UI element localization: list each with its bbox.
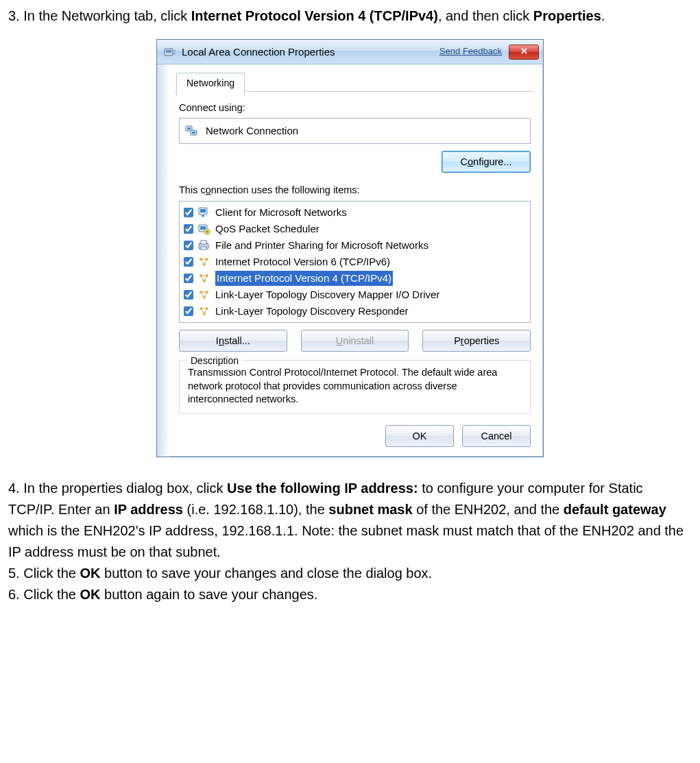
titlebar[interactable]: Local Area Connection Properties Send Fe…	[157, 40, 543, 64]
description-title: Description	[186, 354, 243, 369]
item-checkbox[interactable]	[184, 290, 193, 300]
file-printer-icon	[197, 239, 211, 252]
step-3: 3. In the Networking tab, click Internet…	[8, 5, 692, 27]
step-6: 6. Click the OK button again to save you…	[8, 584, 692, 605]
description-text: Transmission Control Protocol/Internet P…	[188, 366, 522, 407]
connection-items-listbox[interactable]: Client for Microsoft Networks QoS Packet…	[179, 201, 531, 323]
connection-properties-dialog: Local Area Connection Properties Send Fe…	[156, 39, 544, 457]
protocol-icon	[197, 305, 211, 317]
svg-rect-7	[192, 132, 195, 134]
item-checkbox[interactable]	[184, 208, 193, 217]
tab-networking[interactable]: Networking	[176, 73, 245, 96]
properties-button[interactable]: Properties	[422, 330, 531, 352]
network-adapter-icon	[164, 47, 176, 58]
close-icon: ✕	[520, 45, 528, 58]
protocol-icon	[197, 289, 211, 301]
step-5: 5. Click the OK button to save your chan…	[8, 563, 692, 584]
cancel-button[interactable]: Cancel	[462, 425, 531, 447]
step-3-mid: , and then click	[438, 8, 533, 23]
send-feedback-link[interactable]: Send Feedback	[439, 45, 502, 58]
svg-rect-16	[201, 247, 206, 250]
item-label: Link-Layer Topology Discovery Mapper I/O…	[215, 287, 439, 302]
item-checkbox[interactable]	[184, 306, 193, 316]
item-checkbox[interactable]	[184, 274, 193, 283]
step-3-post: .	[601, 8, 605, 23]
description-groupbox: Description Transmission Control Protoco…	[179, 360, 531, 414]
svg-rect-6	[187, 128, 191, 130]
item-label: File and Printer Sharing for Microsoft N…	[215, 238, 429, 253]
item-checkbox[interactable]	[184, 241, 193, 250]
list-item[interactable]: QoS Packet Scheduler	[181, 221, 529, 237]
svg-rect-12	[200, 226, 206, 230]
list-item[interactable]: Internet Protocol Version 4 (TCP/IPv4)	[181, 270, 529, 287]
protocol-icon	[197, 272, 211, 284]
item-label-selected: Internet Protocol Version 4 (TCP/IPv4)	[215, 271, 393, 286]
install-button[interactable]: Install...	[179, 330, 287, 352]
item-label: Client for Microsoft Networks	[215, 205, 347, 220]
dialog-title: Local Area Connection Properties	[182, 44, 439, 60]
step-4: 4. In the properties dialog box, click U…	[8, 478, 692, 563]
item-label: Link-Layer Topology Discovery Responder	[215, 304, 409, 319]
protocol-icon	[197, 256, 211, 268]
step-3-bold1: Internet Protocol Version 4 (TCP/IPv4)	[191, 8, 438, 23]
svg-rect-9	[200, 209, 206, 213]
item-checkbox[interactable]	[184, 257, 193, 267]
left-glass-strip	[157, 64, 169, 457]
configure-button[interactable]: Configure...	[442, 151, 531, 173]
list-item[interactable]: Internet Protocol Version 6 (TCP/IPv6)	[181, 254, 529, 270]
screenshot-container: Local Area Connection Properties Send Fe…	[8, 39, 692, 457]
item-checkbox[interactable]	[184, 224, 193, 234]
svg-rect-1	[166, 50, 171, 53]
connect-using-label: Connect using:	[179, 100, 533, 115]
svg-rect-15	[201, 241, 206, 244]
connection-name-field[interactable]: Network Connection	[179, 118, 531, 143]
list-item[interactable]: File and Printer Sharing for Microsoft N…	[181, 237, 529, 254]
item-label: Internet Protocol Version 6 (TCP/IPv6)	[215, 254, 390, 269]
qos-icon	[197, 223, 211, 235]
step-3-bold2: Properties	[533, 8, 601, 23]
list-item[interactable]: Client for Microsoft Networks	[181, 204, 529, 221]
connection-name-text: Network Connection	[206, 123, 298, 138]
network-connection-icon	[185, 125, 199, 137]
items-label: This connection uses the following items…	[179, 182, 533, 197]
close-button[interactable]: ✕	[509, 45, 539, 60]
list-item[interactable]: Link-Layer Topology Discovery Responder	[181, 303, 529, 319]
ok-button[interactable]: OK	[385, 425, 454, 447]
item-label: QoS Packet Scheduler	[215, 221, 319, 237]
step-3-pre: 3. In the Networking tab, click	[8, 8, 191, 23]
tab-strip: Networking	[175, 70, 533, 92]
uninstall-button: Uninstall	[301, 330, 409, 352]
svg-rect-10	[202, 215, 204, 217]
client-icon	[197, 206, 211, 219]
dialog-body: Networking Connect using: Network Connec…	[157, 64, 543, 457]
list-item[interactable]: Link-Layer Topology Discovery Mapper I/O…	[181, 287, 529, 303]
